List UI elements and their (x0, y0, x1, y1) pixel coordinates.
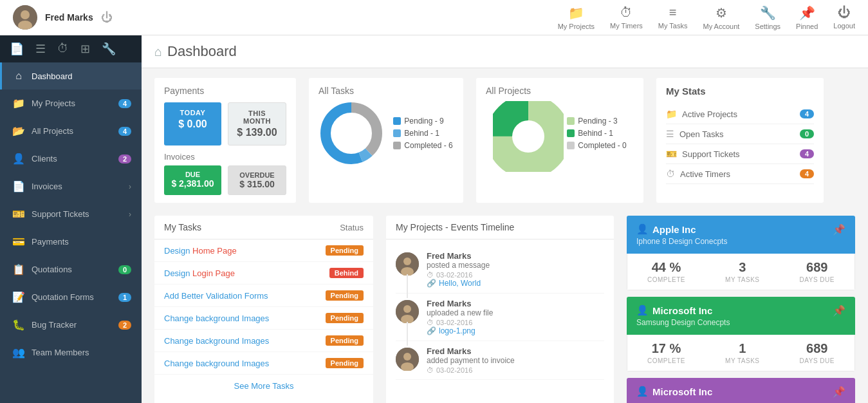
task-name-2[interactable]: Design Login Page (164, 268, 235, 278)
sidebar-wrench-icon[interactable]: 🔧 (102, 42, 116, 56)
projects-panel: 👤 Apple Inc Iphone 8 Design Conecpts 📌 4… (627, 216, 855, 403)
my-stats-title: My Stats (666, 86, 814, 97)
overdue-amount: $ 315.00 (234, 179, 281, 189)
payment-boxes: TODAY $ 0.00 THIS MONTH $ 139.00 (164, 102, 286, 145)
clock-tiny-icon: ⏱ (427, 271, 434, 279)
task-name-1[interactable]: Design Home Page (164, 246, 237, 256)
legend-item-behind: Behind - 1 (393, 129, 452, 138)
power-icon[interactable]: ⏻ (101, 11, 113, 24)
sidebar-item-dashboard[interactable]: ⌂ Dashboard (0, 62, 142, 89)
avatar-2 (396, 300, 419, 323)
timeline-time-2: ⏱ 03-02-2016 (427, 319, 604, 326)
today-amount: $ 0.00 (169, 118, 216, 130)
due-label: DUE (169, 171, 216, 178)
user-proj-icon-3: 👤 (636, 386, 649, 397)
lower-section: My Tasks Status Design Home Page Pending… (142, 209, 868, 403)
all-tasks-title: All Tasks (319, 86, 354, 96)
project-stats-1: 44 % COMPLETE 3 MY TASKS 689 DAYS DUE (627, 254, 855, 290)
timeline-user-1: Fred Marks (427, 251, 604, 261)
project-card-microsoft2: 👤 Microsoft Inc 📌 (627, 378, 855, 403)
sidebar-item-bugtracker[interactable]: 🐛 Bug Tracker 2 (0, 311, 142, 339)
sidebar-item-invoices[interactable]: 📄 Invoices › (0, 173, 142, 200)
folder-stat-icon: 📁 (666, 109, 677, 119)
task-name-6[interactable]: Change background Images (164, 359, 269, 368)
pin-icon-3[interactable]: 📌 (833, 386, 845, 398)
sidebar-item-allprojects[interactable]: 📂 All Projects 4 (0, 117, 142, 145)
sidebar-list-icon[interactable]: ☰ (35, 42, 46, 56)
task-name-3[interactable]: Add Better Validation Forms (164, 291, 268, 301)
proj-complete-2: 17 % COMPLETE (647, 341, 685, 364)
ticket-stat-icon: 🎫 (666, 149, 677, 159)
bug-icon: 🐛 (12, 319, 25, 331)
main-content: ⌂ Dashboard Payments TODAY $ 0.00 THIS M… (142, 35, 868, 403)
timeline-action-2: uploaded a new file (427, 308, 604, 317)
all-tasks-panel: All Tasks (309, 78, 463, 203)
projects-legend: Pending - 3 Behind - 1 Completed - 0 (567, 117, 626, 150)
stats-row: Payments TODAY $ 0.00 THIS MONTH $ 139.0… (142, 68, 868, 209)
project-header-apple: 👤 Apple Inc Iphone 8 Design Conecpts 📌 (627, 216, 855, 254)
my-projects-nav[interactable]: 📁 My Projects (558, 5, 595, 30)
logout-nav[interactable]: ⏻ Logout (833, 5, 855, 30)
tasks-panel-title: My Tasks (164, 222, 201, 232)
today-label: TODAY (169, 109, 216, 117)
project-card-microsoft1: 👤 Microsoft Inc Samsung Design Conecpts … (627, 297, 855, 371)
sidebar-item-team[interactable]: 👥 Team Members (0, 339, 142, 366)
sidebar-item-payments[interactable]: 💳 Payments (0, 228, 142, 256)
gear-icon: ⚙ (716, 5, 727, 21)
table-row: Design Login Page Behind (154, 262, 373, 285)
sidebar-icon-bar: 📄 ☰ ⏱ ⊞ 🔧 (0, 35, 142, 62)
sidebar-menu: ⌂ Dashboard 📁 My Projects 4 📂 All Projec… (0, 62, 142, 403)
link-icon-2: 🔗 (427, 326, 436, 335)
timeline-action-1: posted a message (427, 261, 604, 270)
task-name-4[interactable]: Change background Images (164, 314, 269, 323)
user-name: Fred Marks (45, 12, 93, 23)
wrench-icon: 🔧 (760, 5, 776, 21)
projects-donut-chart (493, 101, 557, 165)
pinned-nav[interactable]: 📌 Pinned (796, 5, 818, 30)
pin-icon-2[interactable]: 📌 (833, 305, 845, 317)
sidebar-clock-icon[interactable]: ⏱ (57, 42, 69, 56)
sidebar-file-icon[interactable]: 📄 (10, 42, 24, 56)
my-account-nav[interactable]: ⚙ My Account (703, 5, 739, 30)
invoice-icon: 📄 (12, 180, 25, 192)
tasks-chart-content: Pending - 9 Behind - 1 Completed - 6 (319, 101, 452, 165)
home-header-icon: ⌂ (154, 44, 162, 59)
project-header-microsoft1: 👤 Microsoft Inc Samsung Design Conecpts … (627, 297, 855, 335)
sidebar-item-support[interactable]: 🎫 Support Tickets › (0, 200, 142, 228)
projects-chart-content: Pending - 3 Behind - 1 Completed - 0 (493, 101, 626, 165)
stat-support-tickets: 🎫 Support Tickets 4 (666, 144, 814, 164)
proj-complete-1: 44 % COMPLETE (647, 260, 685, 283)
my-tasks-nav[interactable]: ≡ My Tasks (658, 5, 688, 30)
main-wrapper: 📄 ☰ ⏱ ⊞ 🔧 ⌂ Dashboard 📁 My Projects 4 (0, 35, 868, 403)
chevron-right-icon: › (129, 182, 131, 191)
timeline-panel: My Projects - Events Timeline Fred Marks… (386, 216, 614, 403)
folder-icon: 📁 (12, 97, 25, 109)
see-more-tasks[interactable]: See More Tasks (154, 375, 373, 397)
page-header: ⌂ Dashboard (142, 35, 868, 68)
all-projects-title: All Projects (486, 86, 531, 96)
logout-icon: ⏻ (838, 5, 851, 20)
my-stats-panel: My Stats 📁 Active Projects 4 ☰ Open Task… (656, 78, 824, 203)
sidebar-item-quotation-forms[interactable]: 📝 Quotation Forms 1 (0, 283, 142, 311)
pin-icon-1[interactable]: 📌 (833, 223, 845, 236)
sidebar-item-clients[interactable]: 👤 Clients 2 (0, 145, 142, 173)
sidebar-item-quotations[interactable]: 📋 Quotations 0 (0, 256, 142, 283)
svg-point-17 (403, 353, 411, 361)
project-subtitle-1: Iphone 8 Design Conecpts (636, 237, 727, 246)
proj-tasks-1: 3 MY TASKS (725, 260, 759, 283)
clipboard-icon: 📋 (12, 263, 25, 276)
timeline-link-1[interactable]: 🔗 Hello, World (427, 279, 604, 288)
sidebar-hierarchy-icon[interactable]: ⊞ (80, 42, 90, 56)
clock-stat-icon: ⏱ (666, 169, 675, 179)
my-timers-nav[interactable]: ⏱ My Timers (610, 5, 643, 30)
bugtracker-badge: 2 (118, 321, 131, 330)
list-item: Fred Marks posted a message ⏱ 03-02-2016… (396, 246, 604, 294)
task-badge-3: Pending (326, 290, 364, 301)
timeline-link-2[interactable]: 🔗 logo-1.png (427, 326, 604, 335)
pin-icon: 📌 (799, 5, 815, 21)
settings-nav[interactable]: 🔧 Settings (755, 5, 780, 30)
list-stat-icon: ☰ (666, 129, 674, 139)
sidebar-item-myprojects[interactable]: 📁 My Projects 4 (0, 89, 142, 117)
pending-dot (393, 117, 401, 125)
task-name-5[interactable]: Change background Images (164, 336, 269, 346)
